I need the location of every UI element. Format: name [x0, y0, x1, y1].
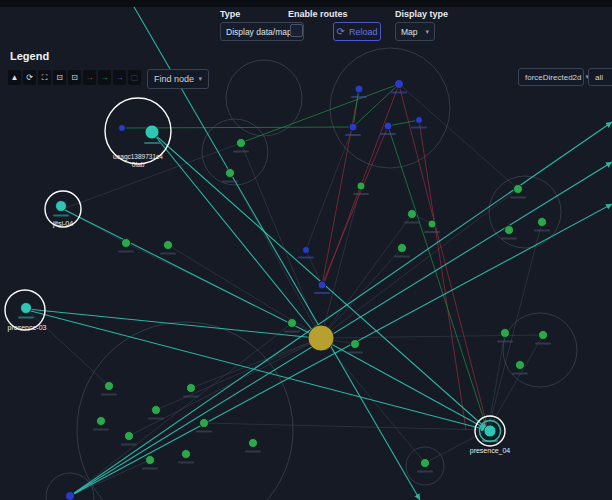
graph-node-teal[interactable] [21, 303, 32, 314]
graph-node-green[interactable] [226, 169, 235, 178]
node-label-smudge [178, 462, 194, 464]
graph-node-green[interactable] [187, 384, 196, 393]
filter-select[interactable]: all [588, 68, 612, 86]
graph-node-blue[interactable] [119, 125, 126, 132]
node-label-smudge [18, 317, 34, 319]
node-label-smudge [233, 151, 249, 153]
graph-node-blue[interactable] [355, 85, 363, 93]
graph-node-green[interactable] [125, 432, 134, 441]
node-label-smudge [142, 468, 158, 470]
graph-edge [488, 222, 542, 430]
graph-node-green[interactable] [514, 185, 523, 194]
graph-edge [230, 173, 321, 338]
graph-edge [388, 120, 419, 126]
graph-node-blue[interactable] [416, 117, 423, 124]
reload-button-label: Reload [349, 27, 378, 37]
find-node-label: Find node [154, 74, 194, 84]
node-label-smudge [121, 444, 137, 446]
graph-edge [419, 120, 466, 430]
graph-edge [191, 338, 321, 388]
node-label-smudge [380, 133, 396, 135]
node-label-smudge [314, 292, 330, 294]
tree-layout-icon[interactable]: ▲ [8, 70, 21, 85]
graph-edge [321, 335, 543, 338]
graph-node-green[interactable] [428, 220, 436, 228]
graph-edge [353, 89, 359, 127]
graph-node-green[interactable] [182, 450, 191, 459]
node-label-smudge [196, 431, 212, 433]
node-label-smudge [222, 181, 238, 183]
graph-node-green[interactable] [122, 239, 131, 248]
graph-node-teal[interactable] [56, 201, 67, 212]
node-label-smudge [510, 197, 526, 199]
pan-mode-icon[interactable]: ▢ [128, 70, 141, 85]
refresh-icon[interactable]: ⟳ [23, 70, 36, 85]
graph-node-green[interactable] [200, 419, 209, 428]
center-node-2-icon[interactable]: ⊡ [68, 70, 81, 85]
graph-node-green[interactable] [288, 319, 297, 328]
graph-node-blue[interactable] [66, 492, 75, 500]
purple-arrow-icon[interactable]: → [113, 70, 126, 85]
graph-node-green[interactable] [237, 139, 246, 148]
node-label-smudge [298, 257, 314, 259]
graph-node-green[interactable] [164, 241, 173, 250]
node-label: ueagc1389731c4 [113, 153, 163, 161]
fit-view-icon[interactable]: ⛶ [38, 70, 51, 85]
display-type-dropdown[interactable]: Map ▾ [395, 22, 435, 41]
graph-edge [70, 162, 612, 496]
graph-node-green[interactable] [249, 439, 258, 448]
graph-node-green[interactable] [538, 218, 547, 227]
graph-node-blue[interactable] [384, 122, 392, 130]
graph-node-teal[interactable] [145, 125, 159, 139]
graph-node-blue[interactable] [318, 281, 326, 289]
graph-edge [27, 309, 316, 338]
node-label-smudge [53, 215, 69, 217]
enable-routes-checkbox[interactable] [290, 24, 303, 37]
graph-node-blue[interactable] [395, 80, 404, 89]
graph-node-green[interactable] [351, 340, 360, 349]
graph-node-green[interactable] [97, 417, 106, 426]
graph-edge [306, 127, 353, 250]
graph-node-green[interactable] [516, 361, 525, 370]
node-label-smudge [353, 193, 369, 195]
node-label-smudge [394, 256, 410, 258]
layout-select[interactable]: forceDirected2d ▾ [518, 68, 584, 86]
graph-edge [306, 250, 322, 285]
find-node-select[interactable]: Find node ▾ [147, 69, 209, 89]
graph-node-teal[interactable] [484, 425, 496, 437]
node-label-smudge [183, 396, 199, 398]
graph-node-green[interactable] [539, 331, 548, 340]
refresh-icon: ⟳ [337, 27, 345, 37]
graph-edge [70, 460, 150, 496]
network-visualizer-app: ueagc1389731c40fabjitsi-04presence-03pre… [0, 0, 612, 500]
node-label-smudge [347, 352, 363, 354]
graph-edge [399, 84, 518, 189]
graph-node-green[interactable] [501, 329, 510, 338]
graph-node-green[interactable] [152, 406, 161, 415]
type-dropdown-value: Display data/map [226, 27, 292, 37]
reload-button[interactable]: ⟳ Reload [333, 22, 381, 41]
chevron-down-icon: ▾ [425, 28, 429, 36]
node-label-smudge [501, 238, 517, 240]
node-label-smudge [482, 440, 498, 442]
center-node-icon[interactable]: ⊡ [53, 70, 66, 85]
node-label-smudge [534, 230, 550, 232]
graph-node-green[interactable] [105, 382, 114, 391]
node-label-smudge [144, 142, 160, 144]
graph-node-green[interactable] [146, 456, 155, 465]
node-label-smudge [424, 231, 440, 233]
node-label-smudge [93, 429, 109, 431]
graph-node-yellow[interactable] [308, 325, 334, 351]
graph-node-green[interactable] [421, 459, 430, 468]
graph-edge [152, 132, 318, 337]
node-label-smudge [245, 451, 261, 453]
graph-node-green[interactable] [505, 226, 514, 235]
red-arrow-icon[interactable]: → [83, 70, 96, 85]
node-label-smudge [535, 343, 551, 345]
graph-node-green[interactable] [408, 210, 417, 219]
green-arrow-icon[interactable]: → [98, 70, 111, 85]
graph-node-blue[interactable] [349, 123, 357, 131]
graph-node-blue[interactable] [303, 247, 310, 254]
graph-node-green[interactable] [357, 182, 365, 190]
graph-node-green[interactable] [398, 244, 407, 253]
